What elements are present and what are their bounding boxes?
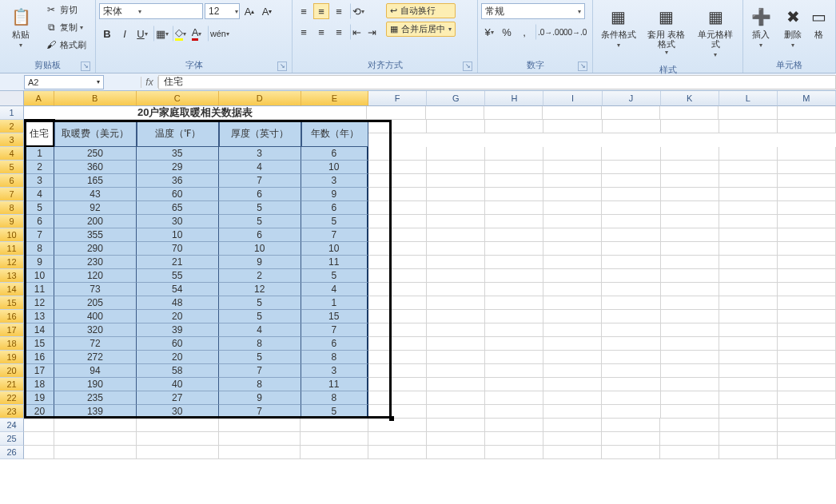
cell-J11[interactable] (602, 242, 660, 256)
cell-I16[interactable] (543, 310, 602, 323)
cell-A26[interactable] (24, 446, 54, 459)
cell-F11[interactable] (368, 242, 427, 256)
cell-I12[interactable] (543, 256, 602, 269)
cell-A16[interactable]: 13 (24, 310, 54, 323)
cell-D22[interactable]: 9 (219, 391, 301, 405)
cell-K20[interactable] (661, 364, 719, 378)
cell-C22[interactable]: 27 (137, 391, 219, 405)
number-dialog-launcher[interactable]: ↘ (578, 62, 587, 71)
column-header-B[interactable]: B (54, 91, 137, 106)
cell-G4[interactable] (427, 147, 485, 161)
cell-A13[interactable]: 10 (24, 269, 54, 283)
cell-K6[interactable] (661, 174, 719, 188)
cell-L21[interactable] (719, 378, 778, 391)
cell-J17[interactable] (602, 323, 660, 337)
cell-L12[interactable] (719, 256, 778, 269)
cell-J13[interactable] (602, 269, 660, 283)
cell-B13[interactable]: 120 (54, 269, 137, 283)
cell-J16[interactable] (602, 310, 660, 323)
cell-I11[interactable] (543, 242, 602, 256)
cell-G13[interactable] (427, 269, 485, 283)
border-button[interactable]: ▦▾ (153, 26, 169, 42)
row-header-17[interactable]: 17 (0, 323, 24, 337)
cell-G9[interactable] (427, 215, 485, 228)
cell-K15[interactable] (661, 296, 719, 310)
cell-E13[interactable]: 5 (301, 269, 368, 283)
cell-D9[interactable]: 5 (219, 215, 301, 228)
cell-D24[interactable] (219, 419, 301, 432)
cell-E11[interactable]: 10 (301, 242, 368, 256)
cell-K7[interactable] (661, 188, 719, 201)
cell-M26[interactable] (778, 446, 836, 459)
cell-I6[interactable] (543, 174, 602, 188)
cell-G24[interactable] (427, 419, 485, 432)
font-size-select[interactable]: 12▾ (205, 3, 240, 19)
cell-K8[interactable] (661, 201, 719, 215)
format-painter-button[interactable]: 🖌格式刷 (42, 37, 90, 53)
cell-F23[interactable] (368, 405, 427, 419)
cell-M23[interactable] (778, 405, 836, 419)
cell-F26[interactable] (368, 446, 427, 459)
cell-E10[interactable]: 7 (301, 228, 368, 242)
cell-J26[interactable] (602, 446, 660, 459)
cell-H21[interactable] (485, 378, 543, 391)
cell-A21[interactable]: 18 (24, 378, 54, 391)
cell-C26[interactable] (137, 446, 219, 459)
cell-D13[interactable]: 2 (219, 269, 301, 283)
cell-C13[interactable]: 55 (137, 269, 219, 283)
cell-B22[interactable]: 235 (54, 391, 137, 405)
cell-A7[interactable]: 4 (24, 188, 54, 201)
cell-F12[interactable] (368, 256, 427, 269)
cell-M7[interactable] (778, 188, 836, 201)
cell-G10[interactable] (427, 228, 485, 242)
cell-J15[interactable] (602, 296, 660, 310)
cell-E9[interactable]: 5 (301, 215, 368, 228)
align-center-button[interactable]: ≡ (313, 24, 329, 40)
cell-A8[interactable]: 5 (24, 201, 54, 215)
align-top-button[interactable]: ≡ (296, 3, 312, 19)
cell-L25[interactable] (719, 432, 778, 446)
cell-B18[interactable]: 72 (54, 337, 137, 351)
cell-J10[interactable] (602, 228, 660, 242)
cell-D12[interactable]: 9 (219, 256, 301, 269)
cell-K11[interactable] (661, 242, 719, 256)
cell-D10[interactable]: 6 (219, 228, 301, 242)
cell-A2[interactable]: 住宅 (24, 120, 54, 147)
cell-C21[interactable]: 40 (137, 378, 219, 391)
cell-B11[interactable]: 290 (54, 242, 137, 256)
cell-E6[interactable]: 3 (301, 174, 368, 188)
cell-H7[interactable] (485, 188, 543, 201)
selection-handle[interactable] (389, 416, 394, 421)
cell-L26[interactable] (719, 446, 778, 459)
row-header-2[interactable]: 2 (0, 120, 24, 133)
cell-M17[interactable] (778, 323, 836, 337)
cell-H5[interactable] (485, 161, 543, 174)
row-header-14[interactable]: 14 (0, 283, 24, 296)
cell-F21[interactable] (368, 378, 427, 391)
cell-C11[interactable]: 70 (137, 242, 219, 256)
cell-F19[interactable] (368, 351, 427, 364)
cell-D23[interactable]: 7 (219, 405, 301, 419)
currency-button[interactable]: ¥▾ (481, 24, 497, 40)
fill-color-button[interactable]: ◇▾ (173, 26, 187, 42)
cell-B14[interactable]: 73 (54, 283, 137, 296)
align-right-button[interactable]: ≡ (331, 24, 347, 40)
cell-H16[interactable] (485, 310, 543, 323)
row-header-4[interactable]: 4 (0, 147, 24, 161)
cell-A5[interactable]: 2 (24, 161, 54, 174)
cell-F25[interactable] (368, 432, 427, 446)
cell-E12[interactable]: 11 (301, 256, 368, 269)
cell-E19[interactable]: 8 (301, 351, 368, 364)
cell-G20[interactable] (427, 364, 485, 378)
cell-E24[interactable] (301, 419, 368, 432)
cell-C15[interactable]: 48 (137, 296, 219, 310)
cell-A4[interactable]: 1 (24, 147, 54, 161)
cell-L8[interactable] (719, 201, 778, 215)
row-header-10[interactable]: 10 (0, 228, 24, 242)
cell-K26[interactable] (660, 446, 719, 459)
cell-E15[interactable]: 1 (301, 296, 368, 310)
cell-J7[interactable] (602, 188, 660, 201)
cell-B8[interactable]: 92 (54, 201, 137, 215)
alignment-dialog-launcher[interactable]: ↘ (463, 62, 472, 71)
row-header-3[interactable]: 3 (0, 133, 24, 147)
